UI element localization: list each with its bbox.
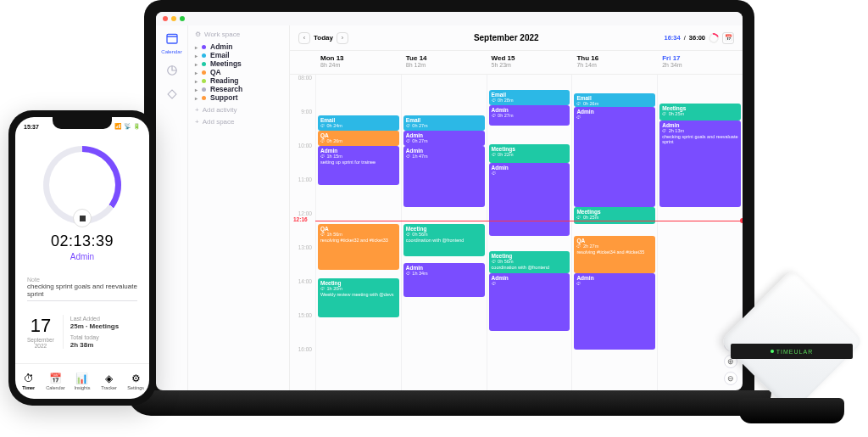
tab-timer[interactable]: ⏱Timer	[15, 364, 42, 399]
activity-admin[interactable]: ▸Admin	[195, 42, 282, 51]
left-nav-rail: Calendar	[156, 25, 188, 390]
day-header: Mon 138h 24m	[315, 51, 401, 74]
last-added-value: 25m · Meetings	[70, 322, 119, 330]
day-header: Thu 167h 14m	[571, 51, 657, 74]
progress-ring-icon	[707, 31, 721, 44]
calendar-event[interactable]: Admin⏱ 1h 15msetting up sprint for train…	[318, 146, 399, 185]
calendar-label: Calendar	[161, 49, 181, 54]
calendar-event[interactable]: Meetings⏱ 0h 25m	[659, 104, 741, 120]
datepicker-icon[interactable]: 📅	[722, 32, 734, 44]
day-column[interactable]: Email⏱ 0h 26mAdmin⏱ Meetings⏱ 0h 25mQA⏱ …	[571, 75, 657, 390]
now-indicator	[315, 221, 743, 221]
hour-label: 10:00	[290, 143, 315, 176]
device-brand-label: TIMEULAR	[731, 344, 853, 359]
hour-label: 15:00	[290, 312, 315, 346]
phone-tabbar: ⏱Timer📅Calendar📊Insights◈Tracker⚙Setting…	[15, 363, 149, 399]
day-header: Fri 172h 34m	[657, 51, 743, 74]
calendar-event[interactable]: Admin⏱	[574, 273, 655, 350]
svg-rect-0	[167, 34, 177, 43]
day-column[interactable]: Email⏱ 0h 28mAdmin⏱ 0h 27mMeetings⏱ 0h 2…	[487, 75, 572, 390]
last-added-label: Last Added	[70, 316, 119, 322]
calendar-event[interactable]: Email⏱ 0h 26m	[574, 93, 655, 107]
total-today-label: Total today	[70, 334, 119, 340]
tracker-device: TIMEULAR	[724, 286, 860, 422]
calendar-event[interactable]: Admin⏱ 0h 27m	[403, 131, 485, 146]
activity-qa[interactable]: ▸QA	[195, 68, 282, 76]
total-today-value: 2h 38m	[70, 341, 119, 349]
calendar-event[interactable]: Email⏱ 0h 24m	[318, 115, 399, 131]
tracker-icon[interactable]	[164, 87, 180, 102]
next-button[interactable]: ›	[337, 32, 348, 44]
note-input[interactable]: checking sprint goals and reevaluate spr…	[27, 283, 137, 301]
calendar-event[interactable]: Admin⏱ 0h 27m	[489, 105, 570, 126]
calendar-event[interactable]: QA⏱ 1h 56mresolving #ticket32 and #ticke…	[318, 224, 399, 270]
activity-support[interactable]: ▸Support	[195, 93, 282, 102]
stop-button[interactable]	[73, 209, 92, 227]
date-display: 17 September 2022	[27, 315, 54, 349]
timer-progress-ring	[43, 146, 121, 224]
add-space-button[interactable]: +Add space	[195, 118, 282, 126]
calendar-event[interactable]: Admin⏱ 1h 47m	[403, 146, 485, 207]
calendar-event[interactable]: Admin⏱	[489, 163, 570, 236]
add-activity-button[interactable]: +Add activity	[195, 106, 282, 114]
svg-rect-2	[168, 90, 176, 98]
activity-reading[interactable]: ▸Reading	[195, 76, 282, 85]
calendar-event[interactable]: Admin⏱	[574, 107, 655, 207]
signal-icons: 📶 📡 🔋	[114, 123, 141, 130]
tab-settings[interactable]: ⚙Settings	[122, 364, 149, 399]
window-controls	[156, 12, 743, 25]
hour-label: 9:00	[290, 109, 315, 143]
calendar-event[interactable]: Admin⏱	[489, 273, 570, 331]
time-summary: 16:34/36:00 📅	[665, 32, 734, 44]
hour-label: 08:00	[290, 75, 315, 109]
calendar-icon[interactable]	[164, 31, 180, 46]
hour-label: 12:00	[290, 210, 315, 244]
day-header: Tue 148h 12m	[401, 51, 487, 74]
current-activity[interactable]: Admin	[70, 252, 94, 261]
activity-research[interactable]: ▸Research	[195, 85, 282, 93]
calendar-event[interactable]: Admin⏱ 1h 34m	[403, 263, 485, 297]
hour-label: 16:00	[290, 346, 315, 380]
prev-button[interactable]: ‹	[298, 32, 310, 44]
activity-meetings[interactable]: ▸Meetings	[195, 59, 282, 68]
calendar-event[interactable]: Meeting⏱ 0h 56mcoordination with @fronte…	[403, 224, 485, 256]
elapsed-time: 02:13:39	[51, 233, 114, 250]
calendar-event[interactable]: QA⏱ 0h 26m	[318, 131, 399, 146]
today-button[interactable]: Today	[314, 34, 333, 42]
calendar-event[interactable]: QA⏱ 2h 27mresolving #ticket34 and #ticke…	[574, 236, 655, 273]
hour-label: 13:00	[290, 244, 315, 278]
hour-label: 11:00	[290, 176, 315, 210]
workspace-title[interactable]: ⚙Work space	[195, 31, 282, 38]
note-label: Note	[27, 277, 137, 283]
day-header: Wed 155h 23m	[487, 51, 572, 74]
month-title: September 2022	[348, 33, 665, 42]
calendar-event[interactable]: Email⏱ 0h 27m	[403, 115, 485, 131]
reports-icon[interactable]	[164, 63, 180, 78]
tab-calendar[interactable]: 📅Calendar	[42, 364, 70, 399]
activity-sidebar: ⚙Work space ▸Admin▸Email▸Meetings▸QA▸Rea…	[188, 25, 290, 390]
calendar-event[interactable]: Meeting⏱ 1h 20mWeekly review meeting wit…	[318, 278, 399, 317]
tab-insights[interactable]: 📊Insights	[69, 364, 96, 399]
calendar-grid[interactable]: 08:009:0010:0011:0012:0013:0014:0015:001…	[290, 75, 743, 390]
calendar-event[interactable]: Meetings⏱ 0h 25m	[574, 207, 655, 224]
calendar-event[interactable]: Meetings⏱ 0h 22m	[489, 144, 570, 163]
calendar-topbar: ‹ Today › September 2022 16:34/36:00 📅	[290, 25, 743, 51]
phone-mockup: 15:37 📶 📡 🔋 02:13:39 Admin Note checking…	[8, 110, 156, 406]
day-column[interactable]: Email⏱ 0h 24mQA⏱ 0h 26mAdmin⏱ 1h 15msett…	[315, 75, 401, 390]
calendar-event[interactable]: Email⏱ 0h 28m	[489, 90, 570, 105]
tab-tracker[interactable]: ◈Tracker	[96, 364, 123, 399]
calendar-event[interactable]: Admin⏱ 2h 13mchecking sprint goals and r…	[659, 120, 741, 207]
day-column[interactable]: Email⏱ 0h 27mAdmin⏱ 0h 27mAdmin⏱ 1h 47mM…	[401, 75, 487, 390]
hour-label: 14:00	[290, 278, 315, 312]
activity-email[interactable]: ▸Email	[195, 51, 282, 59]
laptop-mockup: Calendar ⚙Work space ▸Admin▸Email▸Meetin…	[127, 0, 771, 416]
calendar-event[interactable]: Meeting⏱ 0h 56mcoordination with @fronte…	[489, 251, 570, 273]
